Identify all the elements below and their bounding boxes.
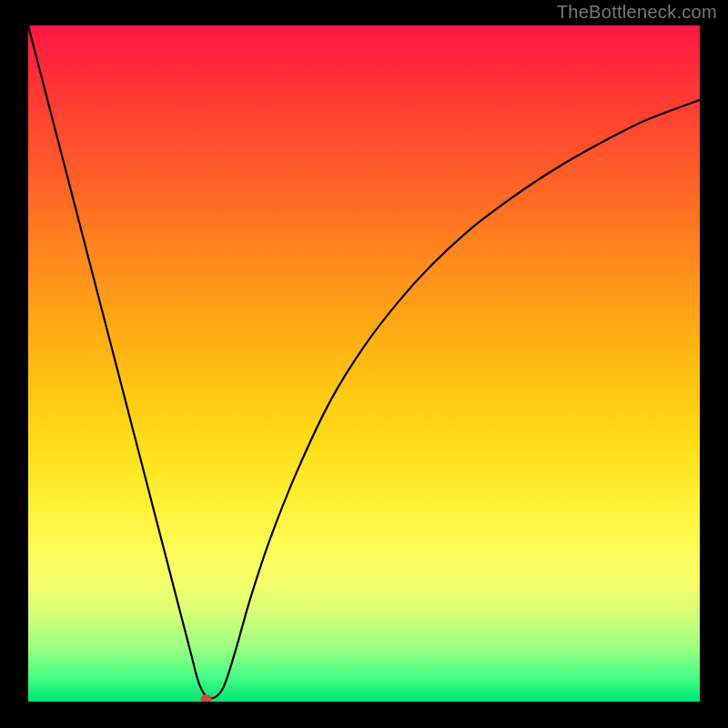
plot-area [28, 25, 700, 702]
curve-svg [28, 25, 700, 702]
minimum-marker [201, 694, 212, 702]
chart-container: TheBottleneck.com [0, 0, 728, 728]
watermark-text: TheBottleneck.com [557, 2, 717, 23]
bottleneck-curve [28, 25, 700, 698]
